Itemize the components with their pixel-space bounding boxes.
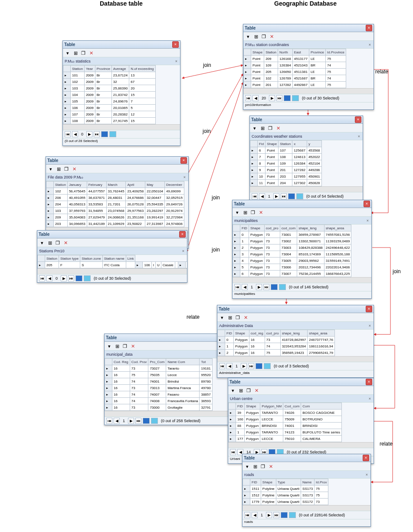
table-row[interactable]: ▸1082009Br27,9174515 xyxy=(63,118,156,124)
cell[interactable]: Martina Franca xyxy=(166,385,200,391)
cell[interactable]: 7 xyxy=(129,98,155,105)
next-icon[interactable]: ▶ xyxy=(266,512,272,518)
view-selected-icon[interactable] xyxy=(264,363,271,369)
cell[interactable]: Br xyxy=(95,72,111,79)
close-icon[interactable]: × xyxy=(363,455,369,461)
data-grid[interactable]: FIDShapecod_procod_comshape_lengshape_ar… xyxy=(233,225,371,277)
cell[interactable]: Point xyxy=(266,154,279,160)
table-row[interactable]: ▸Point1021267894521687BR74 xyxy=(244,75,346,82)
cell[interactable]: 450901 xyxy=(307,173,321,180)
cell[interactable]: 75 xyxy=(326,56,346,62)
cell[interactable]: 1 xyxy=(240,238,249,245)
cell[interactable]: 73 xyxy=(130,404,148,411)
cell[interactable]: Point xyxy=(266,147,279,154)
copy-icon[interactable]: ❐ xyxy=(63,166,69,172)
column-header[interactable]: N.of exceeding xyxy=(129,66,155,72)
cell[interactable]: Point xyxy=(251,75,264,82)
cell[interactable]: 73 xyxy=(315,499,328,505)
cell[interactable]: 74557081,5156 xyxy=(324,231,351,238)
column-header[interactable]: Pro_Com xyxy=(148,359,166,365)
cell[interactable]: 6 xyxy=(258,147,266,154)
table-row[interactable]: ▸1012009Br23,6712413 xyxy=(63,72,156,79)
first-icon[interactable]: ⏮ xyxy=(39,275,45,281)
table-row[interactable]: ▸9Point201127282449286 xyxy=(250,167,322,173)
cell[interactable]: Point xyxy=(251,56,264,62)
cell[interactable]: 107 xyxy=(71,111,85,118)
cell[interactable]: 75 xyxy=(315,492,328,499)
column-header[interactable]: shape_area xyxy=(308,330,335,337)
cell[interactable]: 73003 xyxy=(280,245,297,251)
table-row[interactable]: ▸167373027Taranto19181 xyxy=(105,365,213,372)
prev-icon[interactable]: ◀ xyxy=(72,131,78,137)
cell[interactable]: 31559149,7491 xyxy=(324,258,351,264)
close-panel-icon[interactable]: × xyxy=(368,397,372,401)
cell[interactable]: 106 xyxy=(143,262,151,268)
tool-icon[interactable]: ⊞ xyxy=(47,240,53,246)
cell[interactable]: 201 xyxy=(264,82,278,88)
column-header[interactable]: Station name xyxy=(102,255,126,262)
column-header[interactable]: Shape xyxy=(266,141,279,147)
column-header[interactable]: shape_leng xyxy=(280,330,308,337)
view-selected-icon[interactable] xyxy=(279,284,286,290)
data-grid[interactable]: StationJanuaryFebruaryMarchAprilMayDecem… xyxy=(46,181,188,227)
delete-icon[interactable]: ✕ xyxy=(253,387,259,393)
column-header[interactable]: cod_pro xyxy=(264,225,280,231)
cell[interactable]: 16 xyxy=(112,385,130,391)
cell[interactable]: Polyline xyxy=(261,486,276,492)
footer-tab[interactable]: Urbani xyxy=(230,457,240,461)
cell[interactable]: Lecce xyxy=(166,372,200,378)
table-row[interactable]: ▸Point2091261684513177LE75 xyxy=(244,56,346,62)
cell[interactable]: 452104 xyxy=(307,160,321,167)
column-header[interactable]: Year xyxy=(84,66,95,72)
cell[interactable]: 88 xyxy=(236,423,245,429)
table-row[interactable]: ▸1779PolylineUrbana QuartiSS17273 xyxy=(243,499,328,505)
cell[interactable]: 205 xyxy=(45,262,59,268)
next-icon[interactable]: ▶ xyxy=(61,275,67,281)
table-row[interactable]: ▸1022009Br3267 xyxy=(63,79,156,85)
cell[interactable]: Polygon xyxy=(249,251,264,258)
cell[interactable]: 85103,174369 xyxy=(297,251,324,258)
cell[interactable]: 22,050104 xyxy=(145,188,165,195)
cell[interactable]: Polygon xyxy=(249,245,264,251)
cell[interactable]: 73 xyxy=(264,264,280,271)
cell[interactable]: 23,074568 xyxy=(106,208,126,214)
cell[interactable]: 2 xyxy=(240,245,249,251)
cell[interactable]: 23,50822 xyxy=(126,221,145,227)
cell[interactable]: 31,54855 xyxy=(87,208,106,214)
cell[interactable]: 27,313987 xyxy=(145,221,165,227)
cell[interactable]: 2009 xyxy=(84,98,95,105)
view-all-icon[interactable] xyxy=(75,275,82,281)
cell[interactable]: 177 xyxy=(236,436,245,442)
cell[interactable]: 13 xyxy=(129,72,155,79)
cell[interactable]: 74008 xyxy=(148,398,166,404)
cell[interactable]: 2009 xyxy=(84,72,95,79)
cell[interactable]: 21,109929 xyxy=(106,221,126,227)
view-selected-icon[interactable] xyxy=(296,193,303,199)
column-header[interactable]: Shape xyxy=(233,330,249,337)
delete-icon[interactable]: ✕ xyxy=(130,343,136,349)
cell[interactable]: 73007 xyxy=(280,271,297,277)
close-icon[interactable]: × xyxy=(366,306,372,312)
last-icon[interactable]: ⏭ xyxy=(94,131,100,137)
cell[interactable]: 2 xyxy=(225,350,234,356)
menu-icon[interactable]: ▾ xyxy=(245,33,251,40)
column-header[interactable]: February xyxy=(87,182,106,188)
column-header[interactable]: January xyxy=(67,182,87,188)
cell[interactable]: 242496448,422 xyxy=(324,245,351,251)
cell[interactable]: 204 xyxy=(54,201,68,208)
data-grid[interactable]: Cod. RegCod. ProvPro_ComName ComTot▸1673… xyxy=(105,358,230,411)
cell[interactable]: 16 xyxy=(112,398,130,404)
cell[interactable]: 75 xyxy=(315,486,328,492)
cell[interactable]: 206 xyxy=(54,195,68,201)
table-row[interactable]: ▸167373000Grottaglie32791 xyxy=(105,404,213,411)
menu-icon[interactable]: ▾ xyxy=(230,387,236,393)
cell[interactable]: 73013 xyxy=(148,385,166,391)
column-header[interactable]: FID xyxy=(250,479,261,486)
cell[interactable]: 40,058313 xyxy=(67,201,87,208)
column-header[interactable]: Tot xyxy=(200,359,212,365)
column-header[interactable]: December xyxy=(165,182,184,188)
cell[interactable]: 127282 xyxy=(278,82,293,88)
cell[interactable]: 75 xyxy=(326,69,346,75)
last-icon[interactable]: ⏭ xyxy=(68,275,74,281)
copy-icon[interactable]: ❐ xyxy=(80,50,86,56)
